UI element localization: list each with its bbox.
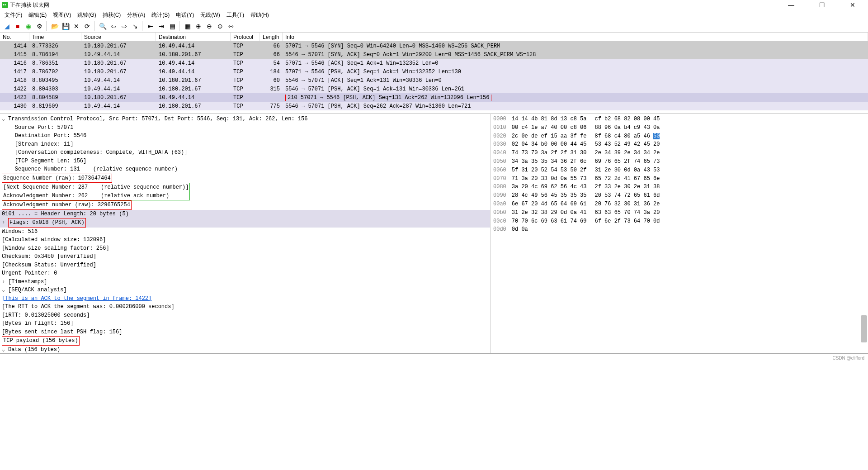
col-info-header[interactable]: Info [283,33,868,41]
rtt-line[interactable]: [The RTT to ACK the segment was: 0.00028… [2,303,175,311]
menu-view[interactable]: 视图(V) [50,10,74,20]
reload-icon[interactable]: ⟳ [82,21,92,31]
irtt-line[interactable]: [iRTT: 0.013025000 seconds] [2,311,90,320]
hex-row[interactable]: 00a06e 67 20 4d 65 64 69 6120 76 32 30 3… [493,200,865,209]
packet-row[interactable]: 14228.80430310.49.44.1410.180.201.67TCP3… [0,85,868,93]
zoom-out-icon[interactable]: ⊖ [204,21,214,31]
save-file-icon[interactable]: 💾 [61,21,71,31]
ack-raw-line[interactable]: Acknowledgment number (raw): 3296765254 [2,200,132,210]
flags-line[interactable]: Flags: 0x018 (PSH, ACK) [8,218,86,228]
menu-statistics[interactable]: 统计(S) [149,10,172,20]
hex-row[interactable]: 00803a 20 4c 69 62 56 4c 432f 33 2e 30 2… [493,183,865,191]
timestamps-line[interactable]: [Timestamps] [8,278,47,286]
scrollbar-thumb[interactable] [861,315,867,342]
start-capture-icon[interactable]: ◢ [2,21,12,31]
go-back-icon[interactable]: ⇦ [108,21,118,31]
col-no-header[interactable]: No. [0,33,29,41]
packet-row[interactable]: 14238.80458910.180.201.6710.49.44.14TCP2… [0,93,868,102]
menu-analyze[interactable]: 分析(A) [124,10,148,20]
chevron-down-icon[interactable]: ⌄ [2,286,8,294]
resize-columns-icon[interactable]: ⇿ [226,21,236,31]
go-to-icon[interactable]: ↘ [130,21,140,31]
packet-details[interactable]: ⌄Transmission Control Protocol, Src Port… [0,114,491,353]
packet-row[interactable]: 14178.78670210.180.201.6710.49.44.14TCP1… [0,67,868,76]
hex-row[interactable]: 00d00d 0a [493,225,865,234]
ack-frame-link[interactable]: [This is an ACK to the segment in frame:… [2,294,151,303]
detail-line[interactable]: Sequence Number: 131 (relative sequence … [0,165,490,174]
zoom-reset-icon[interactable]: ⊜ [215,21,225,31]
menu-wireless[interactable]: 无线(W) [198,10,222,20]
hex-row[interactable]: 000014 14 4b 81 8d 13 c8 5acf b2 68 82 0… [493,115,865,123]
capture-options-icon[interactable]: ⚙ [34,21,44,31]
detail-line[interactable]: [TCP Segment Len: 156] [0,157,490,166]
hex-row[interactable]: 00202c 0e de ef 15 aa 3f fe8f 68 c4 80 a… [493,132,865,141]
checksum-line[interactable]: Checksum: 0x34b0 [unverified] [2,252,96,261]
hex-row[interactable]: 004074 73 70 3a 2f 2f 31 302e 34 39 2e 3… [493,149,865,157]
tcp-payload-line[interactable]: TCP payload (156 bytes) [2,336,80,346]
col-protocol-header[interactable]: Protocol [231,33,260,41]
menu-telephony[interactable]: 电话(Y) [173,10,197,20]
menu-tools[interactable]: 工具(T) [224,10,247,20]
restart-capture-icon[interactable]: ◉ [24,21,33,31]
col-source-header[interactable]: Source [81,33,156,41]
open-file-icon[interactable]: 📂 [50,21,60,31]
menu-capture[interactable]: 捕获(C) [100,10,124,20]
detail-line[interactable]: Destination Port: 5546 [0,132,490,140]
tcp-line[interactable]: Transmission Control Protocol, Src Port:… [8,115,308,123]
auto-scroll-icon[interactable]: ▤ [167,21,177,31]
detail-line[interactable]: [Conversation completeness: Complete, WI… [0,148,490,157]
minimize-button[interactable]: — [781,0,801,10]
hex-row[interactable]: 00c070 70 6c 69 63 61 74 696f 6e 2f 73 6… [493,217,865,226]
hex-row[interactable]: 009028 4c 49 56 45 35 35 3520 53 74 72 6… [493,191,865,200]
detail-line[interactable]: [Stream index: 11] [0,140,490,149]
bytes-in-flight-line[interactable]: [Bytes in flight: 156] [2,319,73,328]
col-destination-header[interactable]: Destination [156,33,231,41]
zoom-in-icon[interactable]: ⊕ [193,21,203,31]
chevron-down-icon[interactable]: ⌄ [2,115,8,123]
hex-row[interactable]: 00605f 31 20 52 54 53 50 2f31 2e 30 0d 0… [493,166,865,175]
col-time-header[interactable]: Time [29,33,81,41]
packet-row[interactable]: 14168.78635110.180.201.6710.49.44.14TCP5… [0,59,868,67]
menu-file[interactable]: 文件(F) [2,10,25,20]
detail-line[interactable]: Source Port: 57071 [0,123,490,132]
packet-row[interactable]: 14148.77332610.180.201.6710.49.44.14TCP6… [0,42,868,50]
menu-go[interactable]: 跳转(G) [75,10,99,20]
chevron-right-icon[interactable]: › [2,278,8,286]
header-length-line[interactable]: 0101 .... = Header Length: 20 bytes (5) [2,210,129,218]
menu-edit[interactable]: 编辑(E) [26,10,49,20]
packet-row[interactable]: 14308.81960910.49.44.1410.180.201.67TCP7… [0,102,868,110]
colorize-icon[interactable]: ▦ [183,21,193,31]
find-icon[interactable]: 🔍 [98,21,108,31]
seqack-header-line[interactable]: [SEQ/ACK analysis] [8,286,67,294]
chevron-right-icon[interactable]: › [2,218,8,227]
win-scale-line[interactable]: [Window size scaling factor: 256] [2,244,109,253]
hex-row[interactable]: 00b031 2e 32 38 29 0d 0a 4163 63 65 70 7… [493,209,865,217]
go-forward-icon[interactable]: ⇨ [119,21,129,31]
close-file-icon[interactable]: ✕ [71,21,81,31]
hex-row[interactable]: 007071 3a 20 33 0d 0a 55 7365 72 2d 41 6… [493,175,865,183]
urgent-pointer-line[interactable]: Urgent Pointer: 0 [2,269,57,278]
packet-list[interactable]: 14148.77332610.180.201.6710.49.44.14TCP6… [0,42,868,114]
packet-row[interactable]: 14188.80349510.49.44.1410.180.201.67TCP6… [0,76,868,85]
checksum-status-line[interactable]: [Checksum Status: Unverified] [2,261,96,270]
hex-row[interactable]: 005034 3a 35 35 34 36 2f 6c69 76 65 2f 7… [493,157,865,166]
close-button[interactable]: ✕ [843,0,863,10]
go-last-icon[interactable]: ⇥ [156,21,166,31]
calc-window-line[interactable]: [Calculated window size: 132096] [2,236,106,244]
menu-help[interactable]: 帮助(H) [248,10,272,20]
hex-row[interactable]: 001000 c4 1e a7 40 00 c8 0688 96 0a b4 c… [493,123,865,132]
packet-bytes[interactable]: 000014 14 4b 81 8d 13 c8 5acf b2 68 82 0… [491,114,868,353]
data-header-line[interactable]: Data (156 bytes) [8,346,60,354]
maximize-button[interactable]: ☐ [812,0,832,10]
chevron-down-icon[interactable]: ⌄ [2,346,8,354]
go-first-icon[interactable]: ⇤ [146,21,156,31]
bytes-sent-line[interactable]: [Bytes sent since last PSH flag: 156] [2,328,122,337]
packet-row[interactable]: 14158.78619410.49.44.1410.180.201.67TCP6… [0,50,868,59]
hex-row[interactable]: 003002 04 34 b0 00 00 44 4553 43 52 49 4… [493,140,865,149]
stop-capture-icon[interactable]: ■ [13,21,23,31]
seq-raw-line[interactable]: Sequence Number (raw): 1073647464 [2,174,112,183]
window-line[interactable]: Window: 516 [2,228,38,236]
next-seq-line[interactable]: [Next Sequence Number: 287 (relative seq… [3,184,189,190]
ack-num-line[interactable]: Acknowledgment Number: 262 (relative ack… [3,193,169,199]
col-length-header[interactable]: Length [260,33,283,41]
